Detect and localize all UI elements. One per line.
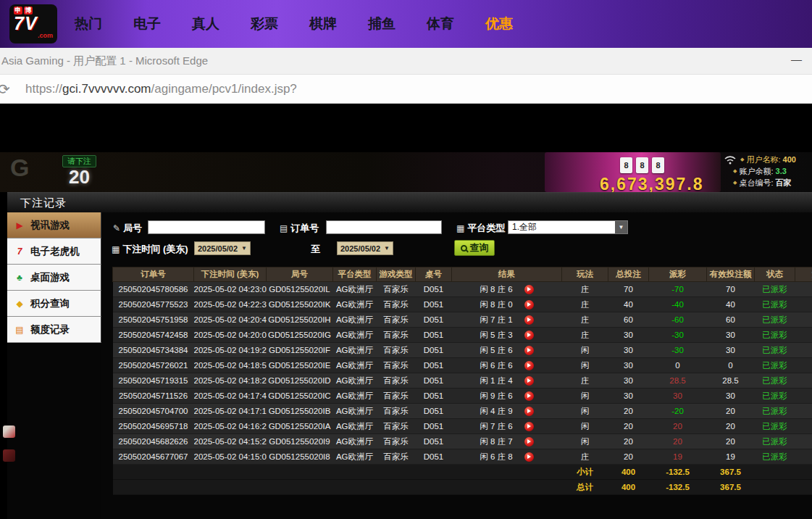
round-number-input[interactable] (148, 220, 265, 234)
cell (795, 328, 812, 343)
cell: AG欧洲厅 (333, 282, 377, 297)
cell: 19 (707, 449, 755, 465)
cell: 250502045780586 (113, 282, 194, 297)
replay-button[interactable] (524, 285, 534, 294)
minimize-button[interactable]: — (791, 53, 802, 65)
query-button[interactable]: 查询 (454, 240, 495, 256)
sidebar-item-label: 视讯游戏 (30, 219, 70, 232)
site-top-nav: 申 博 7V .com 热门电子真人彩票棋牌捕鱼体育优惠 (0, 0, 812, 48)
replay-button[interactable] (524, 361, 534, 370)
cell: 百家乐 (377, 434, 416, 449)
address-bar[interactable]: ⟳ https://gci.7vvvvvv.com/agingame/pcv1/… (0, 75, 812, 104)
cell: 已派彩 (755, 282, 795, 297)
floating-shortcut-icon[interactable] (3, 449, 15, 462)
cell: 0 (707, 358, 755, 373)
cell (416, 465, 452, 480)
page-content: G 请下注 20 888 6,673,397.8 ◆用户名称: 400 ◆账户余… (0, 104, 812, 519)
document-icon: ▤ (280, 223, 288, 233)
url-text: https://gci.7vvvvvv.com/agingame/pcv1/in… (25, 82, 297, 96)
cell: 闲 8 庄 7 (452, 434, 562, 449)
cell: 2025-05-02 04:22:37 (194, 297, 267, 312)
cell: 30 (608, 373, 649, 389)
background-letter: G (10, 154, 29, 182)
result-text: 闲 8 庄 7 (480, 437, 512, 446)
cell: 2025-05-02 04:17:44 (194, 389, 267, 404)
reload-icon[interactable]: ⟳ (0, 80, 25, 98)
cell: 已派彩 (755, 419, 795, 434)
sidebar-item-label: 额度记录 (30, 323, 70, 336)
nav-item-promo[interactable]: 优惠 (485, 14, 513, 33)
cell: 庄 (562, 312, 608, 328)
cell (113, 465, 194, 480)
result-text: 闲 9 庄 6 (480, 391, 512, 400)
replay-button[interactable] (524, 407, 534, 416)
cell: GD051255020IG (267, 328, 333, 343)
replay-button[interactable] (524, 437, 534, 447)
nav-item-sports[interactable]: 体育 (427, 14, 454, 33)
cell: D051 (416, 419, 452, 434)
cell (795, 358, 812, 373)
nav-item-fishing[interactable]: 捕鱼 (368, 14, 395, 33)
cell (795, 343, 812, 358)
panel-body: ▶视讯游戏7电子老虎机♣桌面游戏◆积分查询▤额度记录 ✎局号 ▤订单号 ▦平台类… (7, 212, 812, 519)
nav-item-board[interactable]: 棋牌 (309, 14, 337, 33)
date-to-select[interactable]: 2025/05/02▼ (337, 241, 393, 255)
bet-row: 2505020456770672025-05-02 04:15:04GD0512… (113, 449, 812, 465)
cell (416, 480, 452, 495)
cell: 30 (649, 389, 707, 404)
bet-row: 2505020456826262025-05-02 04:15:29GD0512… (113, 434, 812, 449)
replay-button[interactable] (524, 452, 534, 462)
cell: -60 (649, 312, 707, 328)
sidebar-item-quota-records[interactable]: ▤额度记录 (7, 317, 101, 343)
cell: 19 (649, 449, 707, 465)
cell: 闲 6 庄 6 (452, 358, 562, 373)
replay-button[interactable] (524, 331, 534, 340)
sidebar-item-slot-machines[interactable]: 7电子老虎机 (7, 238, 101, 265)
browser-window: 申 博 7V .com 热门电子真人彩票棋牌捕鱼体育优惠 Asia Gaming… (0, 0, 812, 519)
order-number-input[interactable] (326, 220, 442, 234)
cell: 已派彩 (755, 373, 795, 389)
cell: -70 (649, 282, 707, 297)
sidebar-item-table-games[interactable]: ♣桌面游戏 (7, 265, 101, 291)
nav-item-lottery[interactable]: 彩票 (251, 14, 278, 33)
bet-row: 2505020457519582025-05-02 04:20:47GD0512… (113, 312, 812, 328)
cell: 0 (649, 358, 707, 373)
ledger-icon: ▤ (14, 325, 25, 335)
replay-button[interactable] (524, 300, 534, 310)
sidebar-item-video-games[interactable]: ▶视讯游戏 (7, 212, 101, 238)
replay-button[interactable] (524, 376, 534, 386)
nav-item-live[interactable]: 真人 (192, 14, 219, 33)
replay-button[interactable] (524, 391, 534, 401)
cell: AG欧洲厅 (333, 419, 377, 434)
nav-item-hot[interactable]: 热门 (75, 14, 102, 33)
replay-button[interactable] (524, 346, 534, 355)
site-logo[interactable]: 申 博 7V .com (9, 4, 57, 43)
cell: -30 (649, 328, 707, 343)
bet-row: 2505020457343842025-05-02 04:19:25GD0512… (113, 343, 812, 358)
cell: 庄 (562, 449, 608, 465)
cell: 小计 (562, 465, 608, 480)
cell: 28.5 (649, 373, 707, 389)
cell: -40 (649, 297, 707, 312)
casino-game-background: G 请下注 20 888 6,673,397.8 ◆用户名称: 400 ◆账户余… (0, 152, 812, 192)
platform-type-select[interactable]: 1.全部 ▼ (508, 220, 628, 234)
sidebar-item-points-query[interactable]: ◆积分查询 (7, 291, 101, 317)
cell (755, 465, 795, 480)
cell: D051 (416, 343, 452, 358)
replay-button[interactable] (524, 422, 534, 431)
cell: 庄 (562, 373, 608, 389)
cell: 250502045711526 (113, 389, 194, 404)
nav-item-slots[interactable]: 电子 (133, 14, 161, 33)
replay-button[interactable] (524, 315, 534, 325)
cell (795, 282, 812, 297)
date-from-select[interactable]: 2025/05/02▼ (194, 241, 251, 255)
result-text: 闲 5 庄 3 (480, 331, 512, 339)
cell: 367.5 (707, 465, 755, 480)
cell: 20 (649, 419, 707, 434)
table-number-label: 桌台编号: (739, 178, 773, 187)
user-name-value: 400 (783, 155, 796, 164)
cell: 28.5 (707, 373, 755, 389)
cell: 闲 (562, 419, 608, 434)
floating-shortcut-icon[interactable] (3, 425, 15, 438)
cell: 已派彩 (755, 343, 795, 358)
